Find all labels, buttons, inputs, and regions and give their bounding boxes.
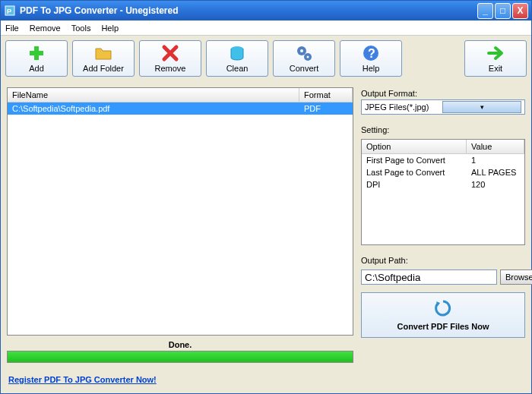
table-row[interactable]: First Page to Convert 1 — [362, 154, 524, 166]
file-list-header: FileName Format — [8, 88, 353, 102]
right-panel: Output Format: JPEG Files(*.jpg) ▾ Setti… — [361, 87, 525, 363]
x-icon — [161, 44, 179, 62]
progress-bar — [7, 351, 353, 363]
help-button[interactable]: ? Help — [340, 40, 402, 77]
clean-button[interactable]: Clean — [206, 40, 268, 77]
status-text: Done. — [7, 336, 353, 351]
menubar: File Remove Tools Help — [1, 20, 531, 36]
settings-table[interactable]: Option Value First Page to Convert 1 Las… — [361, 139, 525, 245]
cell-format: PDF — [299, 102, 353, 115]
setting-label: Setting: — [361, 124, 525, 136]
cell-filename: C:\Softpedia\Softpedia.pdf — [8, 102, 299, 115]
help-label: Help — [363, 64, 380, 73]
add-folder-label: Add Folder — [83, 64, 124, 73]
remove-label: Remove — [155, 64, 186, 73]
titlebar: P PDF To JPG Converter - Unegistered _ □… — [1, 1, 531, 20]
cell-option: First Page to Convert — [362, 154, 467, 166]
cell-option: Last Page to Convert — [362, 166, 467, 178]
output-format-label: Output Format: — [361, 87, 525, 99]
cell-option: DPI — [362, 178, 467, 191]
app-window: P PDF To JPG Converter - Unegistered _ □… — [0, 0, 532, 394]
output-path-label: Output Path: — [361, 254, 525, 266]
progress-fill — [8, 351, 353, 362]
clean-label: Clean — [226, 64, 249, 73]
exit-label: Exit — [489, 64, 502, 73]
cell-value: 1 — [467, 154, 524, 166]
output-path-row: Browse — [361, 269, 525, 285]
toolbar: Add Add Folder Remove Clean Convert ? He… — [1, 36, 531, 81]
convert-button[interactable]: Convert — [273, 40, 335, 77]
exit-button[interactable]: Exit — [464, 40, 527, 77]
svg-text:?: ? — [368, 47, 375, 60]
table-row[interactable]: DPI 120 — [362, 178, 524, 191]
svg-text:P: P — [7, 8, 11, 15]
menu-file[interactable]: File — [5, 24, 19, 33]
menu-help[interactable]: Help — [101, 24, 119, 33]
menu-tools[interactable]: Tools — [71, 24, 91, 33]
settings-header-value[interactable]: Value — [467, 140, 524, 153]
convert-label: Convert — [290, 64, 319, 73]
svg-rect-3 — [30, 51, 43, 55]
cell-value: ALL PAGES — [467, 166, 524, 178]
remove-button[interactable]: Remove — [139, 40, 201, 77]
svg-point-6 — [300, 49, 303, 52]
minimize-button[interactable]: _ — [477, 3, 493, 19]
folder-icon — [94, 44, 112, 62]
output-format-value: JPEG Files(*.jpg) — [365, 102, 442, 112]
convert-now-label: Convert PDF Files Now — [397, 322, 489, 331]
cell-value: 120 — [467, 178, 524, 191]
file-list[interactable]: FileName Format C:\Softpedia\Softpedia.p… — [7, 87, 353, 336]
database-icon — [228, 44, 246, 62]
maximize-button[interactable]: □ — [495, 3, 511, 19]
refresh-icon — [434, 299, 452, 317]
header-format[interactable]: Format — [299, 88, 353, 102]
browse-button[interactable]: Browse — [500, 269, 532, 285]
left-panel: FileName Format C:\Softpedia\Softpedia.p… — [7, 87, 353, 363]
output-path-input[interactable] — [361, 269, 497, 285]
chevron-down-icon: ▾ — [442, 101, 521, 113]
register-link[interactable]: Register PDF To JPG Converter Now! — [7, 369, 525, 390]
close-button[interactable]: X — [512, 3, 528, 19]
add-button[interactable]: Add — [5, 40, 68, 77]
settings-header-option[interactable]: Option — [362, 140, 467, 153]
menu-remove[interactable]: Remove — [30, 24, 61, 33]
header-filename[interactable]: FileName — [8, 88, 299, 102]
list-item[interactable]: C:\Softpedia\Softpedia.pdf PDF — [8, 102, 353, 115]
convert-now-button[interactable]: Convert PDF Files Now — [361, 292, 525, 338]
plus-icon — [27, 44, 46, 62]
table-row[interactable]: Last Page to Convert ALL PAGES — [362, 166, 524, 178]
output-format-select[interactable]: JPEG Files(*.jpg) ▾ — [361, 99, 525, 115]
window-title: PDF To JPG Converter - Unegistered — [20, 5, 476, 16]
help-icon: ? — [362, 44, 380, 62]
add-folder-button[interactable]: Add Folder — [72, 40, 135, 77]
add-label: Add — [29, 64, 44, 73]
app-icon: P — [4, 5, 16, 17]
bottom-area: Register PDF To JPG Converter Now! — [1, 369, 531, 393]
arrow-right-icon — [486, 44, 505, 62]
settings-header: Option Value — [362, 140, 524, 154]
content-area: FileName Format C:\Softpedia\Softpedia.p… — [1, 81, 531, 369]
svg-point-8 — [307, 56, 309, 58]
gears-icon — [295, 44, 313, 62]
